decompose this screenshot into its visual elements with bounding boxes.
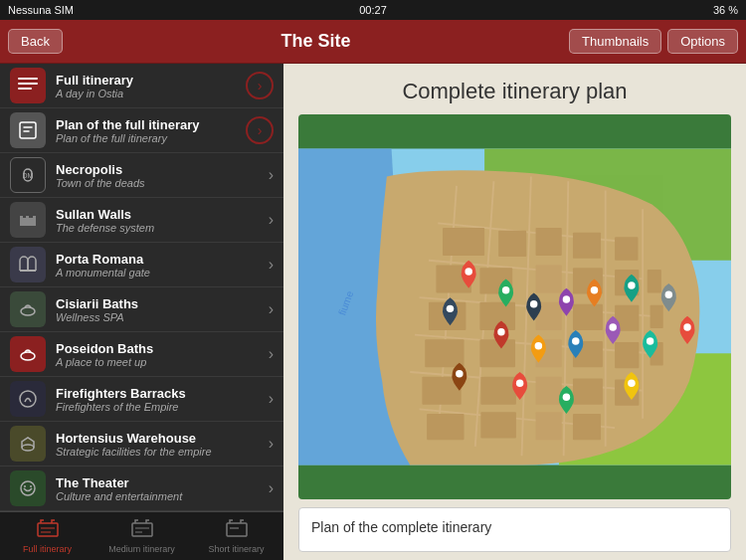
sidebar-item-theater[interactable]: The Theater Culture and entertainment › <box>0 467 283 511</box>
cisiarii-baths-arrow: › <box>269 300 274 318</box>
tab-short-itinerary[interactable]: Short itinerary <box>189 515 283 558</box>
status-bar: Nessuna SIM 00:27 36 % <box>0 0 746 20</box>
hortensius-icon <box>10 426 46 462</box>
theater-text: The Theater Culture and entertainment <box>56 475 265 502</box>
sullan-walls-subtitle: The defense system <box>56 222 265 234</box>
short-itinerary-tab-label: Short itinerary <box>208 544 264 554</box>
tab-full-itinerary[interactable]: Full itinerary <box>0 515 94 558</box>
right-content: Complete itinerary plan <box>283 64 746 560</box>
sidebar: Full itinerary A day in Ostia › Plan of … <box>0 64 283 560</box>
porta-romana-arrow: › <box>269 256 274 274</box>
thumbnails-button[interactable]: Thumbnails <box>569 29 661 54</box>
firefighters-icon <box>10 381 46 417</box>
svg-point-70 <box>447 305 454 312</box>
sidebar-item-poseidon-baths[interactable]: Poseidon Baths A place to meet up › <box>0 332 283 377</box>
sidebar-item-necropolis[interactable]: DM Necropolis Town of the deads › <box>0 153 283 198</box>
sidebar-item-porta-romana[interactable]: Porta Romana A monumental gate › <box>0 243 283 287</box>
svg-point-12 <box>21 481 35 495</box>
porta-romana-title: Porta Romana <box>56 252 265 267</box>
svg-text:DM: DM <box>23 172 34 179</box>
svg-point-13 <box>24 485 26 487</box>
porta-romana-subtitle: A monumental gate <box>56 267 265 279</box>
svg-rect-16 <box>38 523 58 536</box>
medium-itinerary-tab-label: Medium itinerary <box>108 544 175 554</box>
tab-bar: Full itinerary Medium itinerary <box>0 511 283 560</box>
full-itinerary-icon <box>10 68 46 103</box>
right-header: Complete itinerary plan <box>283 64 746 114</box>
poseidon-baths-subtitle: A place to meet up <box>56 356 265 368</box>
svg-point-59 <box>628 281 635 288</box>
full-itinerary-tab-icon <box>37 519 59 542</box>
tab-medium-itinerary[interactable]: Medium itinerary <box>94 515 189 558</box>
svg-point-8 <box>21 307 35 315</box>
svg-point-58 <box>591 286 598 293</box>
porta-romana-text: Porta Romana A monumental gate <box>56 252 265 279</box>
svg-rect-47 <box>536 377 562 405</box>
svg-rect-7 <box>20 270 36 272</box>
poseidon-baths-arrow: › <box>269 345 274 363</box>
svg-point-55 <box>502 286 509 293</box>
svg-rect-32 <box>648 270 661 292</box>
poseidon-baths-title: Poseidon Baths <box>56 341 265 356</box>
short-itinerary-tab-icon <box>226 519 248 542</box>
svg-rect-5 <box>26 216 29 220</box>
time-label: 00:27 <box>359 4 387 16</box>
svg-rect-48 <box>573 379 603 405</box>
svg-point-65 <box>563 394 570 401</box>
theater-icon <box>10 470 46 506</box>
svg-point-57 <box>563 295 570 302</box>
hortensius-text: Hortensius Warehouse Strategic facilitie… <box>56 431 265 458</box>
plan-full-arrow: › <box>246 116 274 144</box>
full-itinerary-tab-label: Full itinerary <box>23 544 72 554</box>
svg-rect-26 <box>615 237 638 260</box>
svg-rect-0 <box>20 122 36 138</box>
svg-point-64 <box>516 379 523 386</box>
svg-rect-52 <box>536 412 562 440</box>
cisiarii-baths-icon <box>10 291 46 327</box>
hortensius-arrow: › <box>269 435 274 453</box>
full-itinerary-subtitle: A day in Ostia <box>56 88 242 99</box>
svg-point-56 <box>530 300 537 307</box>
sidebar-item-hortensius[interactable]: Hortensius Warehouse Strategic facilitie… <box>0 422 283 467</box>
svg-rect-25 <box>573 233 601 259</box>
porta-romana-icon <box>10 247 46 282</box>
nav-bar: Back The Site Thumbnails Options <box>0 20 746 64</box>
svg-point-71 <box>628 379 635 386</box>
nav-title: The Site <box>280 31 350 52</box>
back-button[interactable]: Back <box>8 29 63 54</box>
svg-point-11 <box>22 445 34 451</box>
sidebar-item-firefighters[interactable]: Firefighters Barracks Firefighters of th… <box>0 377 283 422</box>
svg-point-63 <box>572 337 579 344</box>
map-container: fiume <box>298 114 731 499</box>
poseidon-baths-icon <box>10 336 46 372</box>
svg-rect-17 <box>132 523 152 536</box>
full-itinerary-text: Full itinerary A day in Ostia <box>56 73 242 99</box>
svg-rect-38 <box>651 305 663 328</box>
svg-point-67 <box>609 323 616 330</box>
plan-full-icon <box>10 112 46 148</box>
svg-point-61 <box>497 328 504 335</box>
theater-subtitle: Culture and entertainment <box>56 490 265 502</box>
sidebar-item-sullan-walls[interactable]: Sullan Walls The defense system › <box>0 198 283 243</box>
necropolis-subtitle: Town of the deads <box>56 177 265 189</box>
full-itinerary-title: Full itinerary <box>56 73 242 88</box>
firefighters-text: Firefighters Barracks Firefighters of th… <box>56 386 265 413</box>
firefighters-title: Firefighters Barracks <box>56 386 265 401</box>
svg-rect-43 <box>615 342 639 368</box>
svg-rect-53 <box>573 414 601 440</box>
full-itinerary-arrow: › <box>246 72 274 99</box>
svg-rect-36 <box>573 304 603 330</box>
theater-title: The Theater <box>56 475 265 490</box>
svg-point-60 <box>665 291 672 298</box>
sidebar-item-cisiarii-baths[interactable]: Cisiarii Baths Wellness SPA › <box>0 287 283 332</box>
necropolis-text: Necropolis Town of the deads <box>56 162 265 189</box>
sidebar-items: Full itinerary A day in Ostia › Plan of … <box>0 64 283 511</box>
hortensius-title: Hortensius Warehouse <box>56 431 265 446</box>
svg-point-54 <box>465 268 471 275</box>
sidebar-item-plan-full[interactable]: Plan of the full itinerary Plan of the f… <box>0 108 283 153</box>
options-button[interactable]: Options <box>667 29 738 54</box>
sidebar-item-full-itinerary[interactable]: Full itinerary A day in Ostia › <box>0 64 283 108</box>
svg-point-69 <box>683 323 690 330</box>
svg-rect-39 <box>425 339 464 367</box>
svg-point-62 <box>535 342 542 349</box>
